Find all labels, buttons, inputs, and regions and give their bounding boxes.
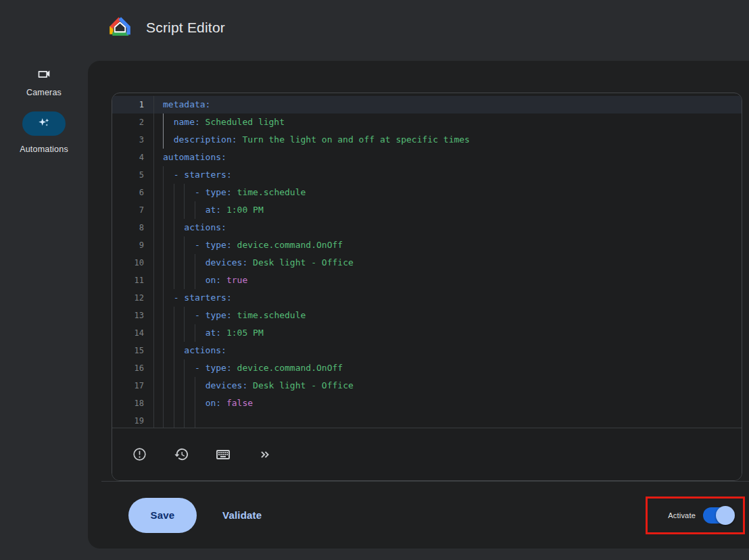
sidebar-item-label: Cameras bbox=[26, 88, 62, 97]
line-number: 7 bbox=[112, 201, 154, 219]
activate-toggle[interactable] bbox=[703, 507, 734, 524]
code-line[interactable]: 17 devices: Desk light - Office bbox=[112, 377, 742, 394]
indent-guide bbox=[163, 342, 164, 359]
script-editor-window: Script Editor Cameras Autom bbox=[0, 0, 749, 560]
indent-guide bbox=[174, 324, 174, 342]
code-line-text: on: true bbox=[154, 272, 742, 289]
indent-guide bbox=[184, 412, 185, 428]
code-line[interactable]: 12 - starters: bbox=[112, 289, 742, 307]
code-line-text: actions: bbox=[154, 219, 742, 236]
code-line[interactable]: 2 name: Scheduled light bbox=[112, 113, 742, 131]
code-line-text: on: false bbox=[154, 394, 742, 412]
code-line-text: devices: Desk light - Office bbox=[154, 377, 742, 394]
indent-guide bbox=[184, 324, 185, 342]
keyboard-icon[interactable] bbox=[215, 447, 231, 463]
indent-guide bbox=[163, 394, 164, 412]
indent-guide bbox=[184, 272, 185, 289]
indent-guide bbox=[163, 201, 164, 219]
indent-guide bbox=[195, 254, 195, 272]
code-line[interactable]: 13 - type: time.schedule bbox=[112, 307, 742, 324]
code-line-text: metadata: bbox=[154, 96, 742, 113]
line-number: 15 bbox=[112, 342, 154, 359]
alert-circle-icon[interactable] bbox=[131, 447, 147, 463]
videocam-icon bbox=[37, 67, 51, 82]
code-line[interactable]: 18 on: false bbox=[112, 394, 742, 412]
line-number: 3 bbox=[112, 131, 154, 149]
code-line-text: at: 1:05 PM bbox=[154, 324, 742, 342]
code-line-text: name: Scheduled light bbox=[154, 113, 742, 131]
indent-guide bbox=[163, 113, 164, 131]
code-line[interactable]: 7 at: 1:00 PM bbox=[112, 201, 742, 219]
code-line[interactable]: 14 at: 1:05 PM bbox=[112, 324, 742, 342]
indent-guide bbox=[163, 254, 164, 272]
indent-guide bbox=[174, 394, 174, 412]
indent-guide bbox=[184, 394, 185, 412]
indent-guide bbox=[163, 307, 164, 324]
indent-guide bbox=[184, 201, 185, 219]
double-chevron-right-icon[interactable] bbox=[257, 447, 273, 463]
line-number: 5 bbox=[112, 166, 154, 184]
code-line-text: - type: time.schedule bbox=[154, 184, 742, 201]
indent-guide bbox=[184, 254, 185, 272]
code-line[interactable]: 16 - type: device.command.OnOff bbox=[112, 359, 742, 377]
code-line[interactable]: 6 - type: time.schedule bbox=[112, 184, 742, 201]
code-line-text: - starters: bbox=[154, 289, 742, 307]
indent-guide bbox=[174, 307, 174, 324]
line-number: 19 bbox=[112, 412, 154, 428]
indent-guide bbox=[163, 324, 164, 342]
google-home-logo-icon bbox=[108, 15, 132, 41]
editor-toolbar bbox=[112, 428, 742, 480]
indent-guide bbox=[163, 166, 164, 184]
indent-guide bbox=[174, 412, 174, 428]
toggle-thumb bbox=[716, 506, 735, 525]
code-line-text bbox=[154, 412, 742, 428]
indent-guide bbox=[174, 201, 174, 219]
code-line-text: actions: bbox=[154, 342, 742, 359]
line-number: 16 bbox=[112, 359, 154, 377]
indent-guide bbox=[195, 377, 195, 394]
line-number: 6 bbox=[112, 184, 154, 201]
indent-guide bbox=[195, 394, 195, 412]
line-number: 14 bbox=[112, 324, 154, 342]
sidebar-item-automations[interactable]: Automations bbox=[20, 97, 68, 154]
code-line[interactable]: 5 - starters: bbox=[112, 166, 742, 184]
code-line[interactable]: 15 actions: bbox=[112, 342, 742, 359]
code-line[interactable]: 8 actions: bbox=[112, 219, 742, 236]
indent-guide bbox=[174, 236, 174, 254]
code-line[interactable]: 19 bbox=[112, 412, 742, 428]
sidebar: Cameras Automations bbox=[0, 0, 88, 560]
line-number: 13 bbox=[112, 307, 154, 324]
indent-guide bbox=[174, 342, 174, 359]
code-line-text: - type: device.command.OnOff bbox=[154, 236, 742, 254]
code-area[interactable]: 1metadata:2 name: Scheduled light3 descr… bbox=[112, 93, 742, 428]
line-number: 18 bbox=[112, 394, 154, 412]
indent-guide bbox=[184, 184, 185, 201]
editor-footer: Save Validate Activate bbox=[101, 481, 749, 549]
code-line[interactable]: 4automations: bbox=[112, 149, 742, 166]
indent-guide bbox=[174, 184, 174, 201]
code-line[interactable]: 1metadata: bbox=[112, 96, 742, 113]
indent-guide bbox=[163, 412, 164, 428]
line-number: 9 bbox=[112, 236, 154, 254]
indent-guide bbox=[163, 289, 164, 307]
save-button[interactable]: Save bbox=[128, 498, 197, 533]
history-icon[interactable] bbox=[173, 447, 189, 463]
indent-guide bbox=[174, 359, 174, 377]
code-line[interactable]: 11 on: true bbox=[112, 272, 742, 289]
sidebar-item-cameras[interactable]: Cameras bbox=[26, 0, 62, 97]
code-line-text: devices: Desk light - Office bbox=[154, 254, 742, 272]
header: Script Editor bbox=[108, 11, 225, 45]
code-line[interactable]: 9 - type: device.command.OnOff bbox=[112, 236, 742, 254]
validate-button[interactable]: Validate bbox=[218, 509, 266, 521]
code-line-text: at: 1:00 PM bbox=[154, 201, 742, 219]
code-line[interactable]: 10 devices: Desk light - Office bbox=[112, 254, 742, 272]
code-line-text: - starters: bbox=[154, 166, 742, 184]
indent-guide bbox=[163, 377, 164, 394]
indent-guide bbox=[163, 131, 164, 149]
indent-guide bbox=[174, 377, 174, 394]
line-number: 8 bbox=[112, 219, 154, 236]
code-line[interactable]: 3 description: Turn the light on and off… bbox=[112, 131, 742, 149]
indent-guide bbox=[184, 236, 185, 254]
code-line-text: automations: bbox=[154, 149, 742, 166]
editor-card: 1metadata:2 name: Scheduled light3 descr… bbox=[88, 61, 749, 549]
